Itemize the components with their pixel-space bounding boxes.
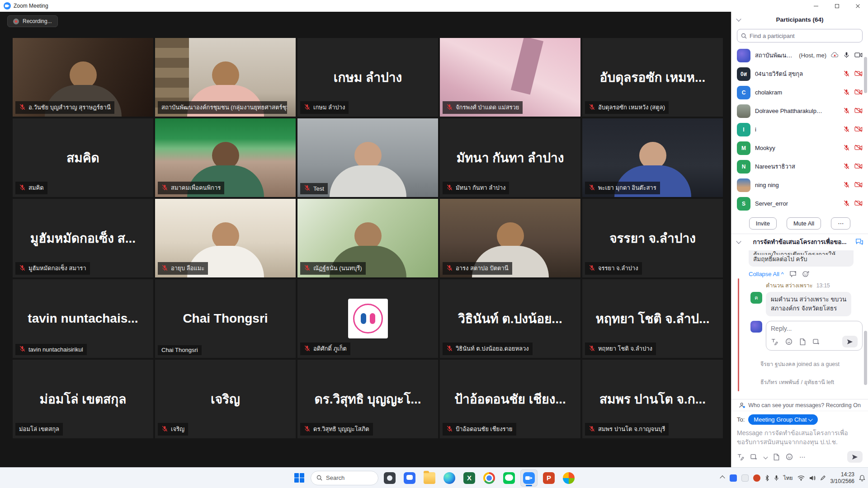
- camera-off-icon[interactable]: [854, 107, 863, 115]
- microphone-icon[interactable]: [774, 475, 779, 481]
- muted-mic-icon[interactable]: [843, 163, 850, 171]
- mic-on-icon[interactable]: [843, 52, 850, 60]
- volume-icon[interactable]: [809, 475, 816, 481]
- video-tile[interactable]: อับดุลรอซัก เหมห...อับดุลรอซัก เหมหวัง (…: [582, 38, 723, 117]
- taskbar-clock[interactable]: 14:23 3/10/2566: [830, 471, 854, 485]
- chrome-taskbar-icon[interactable]: [481, 469, 498, 487]
- chat-message-bubble[interactable]: ผมคำนวน สว่างเพราะ ขบวน สภาองค์กร จังหวั…: [766, 292, 851, 316]
- camera-off-icon[interactable]: [854, 126, 863, 134]
- video-tile[interactable]: อารง สตาปอ ปัตตานี: [440, 199, 580, 277]
- taskbar-search-input[interactable]: Search: [311, 471, 378, 485]
- comment-plus-icon[interactable]: [789, 271, 797, 277]
- video-tile[interactable]: tavin nuntachais...tavin nuntachaisiriku…: [13, 279, 153, 358]
- video-tile[interactable]: Chai ThongsriChai Thongsri: [155, 279, 296, 358]
- teams-taskbar-icon[interactable]: [401, 469, 418, 487]
- camera-off-icon[interactable]: [854, 89, 863, 97]
- participant-row[interactable]: SServer_error: [731, 194, 868, 213]
- collapse-all-link[interactable]: Collapse All ^: [749, 271, 784, 277]
- mute-all-button[interactable]: Mute All: [787, 217, 821, 230]
- folder-taskbar-icon[interactable]: [421, 469, 438, 487]
- bluetooth-icon[interactable]: [765, 475, 769, 481]
- participant-row[interactable]: Dolravee Phattharakulpimol: [731, 102, 868, 120]
- chevron-down-icon[interactable]: [764, 455, 768, 459]
- participants-scrollbar[interactable]: [864, 57, 867, 93]
- start-button[interactable]: [291, 469, 308, 487]
- tray-app-icon[interactable]: [730, 474, 737, 482]
- video-tile[interactable]: เกษม ลำปางเกษม ลำปาง: [297, 38, 438, 117]
- participants-more-button[interactable]: ⋯: [831, 217, 850, 230]
- chat-thread[interactable]: ต้นแบบในการเขียนโครงการให้ สัมฤทธิ์ผลต่อ…: [731, 249, 868, 399]
- privacy-note[interactable]: Who can see your messages? Recording On: [748, 402, 861, 408]
- edge-taskbar-icon[interactable]: [441, 469, 458, 487]
- participant-row[interactable]: Ccholakram: [731, 83, 868, 102]
- camera-off-icon[interactable]: [854, 70, 863, 78]
- emoji-icon[interactable]: [785, 338, 793, 345]
- participant-row[interactable]: 0ส04นายวิรัตน์ สุขกุล: [731, 65, 868, 83]
- video-tile[interactable]: ป้าอ้อดอนชัย เชียง...ป้าอ้อดอนชัย เชียงร…: [440, 360, 580, 438]
- file-icon[interactable]: [774, 454, 779, 460]
- invite-button[interactable]: Invite: [749, 217, 777, 230]
- maximize-button[interactable]: [826, 0, 847, 12]
- video-tile[interactable]: สมคิดสมคิด: [13, 118, 153, 197]
- video-tile[interactable]: อ.วันชัย บุญสำราญ สุราษฎร์ธานี: [13, 38, 153, 117]
- participant-search-input[interactable]: Find a participant: [737, 29, 863, 42]
- collapse-participants-icon[interactable]: [736, 16, 741, 21]
- muted-mic-icon[interactable]: [843, 144, 850, 152]
- video-tile[interactable]: มัทนา กันทา ลำปางมัทนา กันทา ลำปาง: [440, 118, 580, 197]
- emoji-icon[interactable]: [786, 453, 793, 460]
- language-indicator[interactable]: ไทย: [783, 474, 793, 482]
- camera-off-icon[interactable]: [854, 200, 863, 208]
- participant-row[interactable]: MMookyy: [731, 139, 868, 157]
- participant-row[interactable]: Ii: [731, 120, 868, 139]
- recording-indicator[interactable]: Recording...: [7, 15, 58, 27]
- format-text-icon[interactable]: [737, 454, 744, 460]
- message-send-button[interactable]: [847, 451, 863, 463]
- powerpoint-taskbar-icon[interactable]: [540, 469, 557, 487]
- pen-icon[interactable]: [820, 475, 826, 481]
- video-tile[interactable]: เจริญเจริญ: [155, 360, 296, 438]
- format-text-icon[interactable]: [771, 338, 778, 345]
- excel-taskbar-icon[interactable]: [461, 469, 478, 487]
- video-tile[interactable]: Test: [297, 118, 438, 197]
- line-taskbar-icon[interactable]: [500, 469, 518, 487]
- video-tile[interactable]: ณัฏฐ์ธนัน (นนทบุรี): [297, 199, 438, 277]
- camera-off-icon[interactable]: [854, 144, 863, 152]
- video-tile[interactable]: จักรพงศ์ ป่าแดด แม่สรวย: [440, 38, 580, 117]
- emoji-plus-icon[interactable]: [802, 271, 810, 277]
- video-tile[interactable]: จรรยา จ.ลำปางจรรยา จ.ลำปาง: [582, 199, 723, 277]
- message-input[interactable]: Message การจัดทำข้อเสนอโครงการเพื่อขอรับ…: [731, 426, 868, 448]
- camera-off-icon[interactable]: [854, 163, 863, 171]
- video-tile[interactable]: สมพร ปานโต จ.ก...สมพร ปานโต จ.กาญจนบุรี: [582, 360, 723, 438]
- close-button[interactable]: [847, 0, 868, 12]
- video-tile[interactable]: สถาบันพัฒนาองค์กรชุมชน (กลุ่มงานยุทธศาสต…: [155, 38, 296, 117]
- screenshot-icon[interactable]: [750, 454, 758, 460]
- reply-input[interactable]: Reply...: [766, 321, 863, 351]
- muted-mic-icon[interactable]: [843, 70, 850, 78]
- tray-expand-icon[interactable]: [720, 475, 725, 480]
- video-tile[interactable]: หฤทยา โชติ จ.ลำป...หฤทยา โชติ จ.ลำปาง: [582, 279, 723, 358]
- participant-row[interactable]: ning ning: [731, 176, 868, 194]
- muted-mic-icon[interactable]: [843, 181, 850, 189]
- video-tile[interactable]: อดิศักดิ์ ภูเก็ต: [297, 279, 438, 358]
- more-options-icon[interactable]: ⋯: [799, 453, 806, 460]
- video-tile[interactable]: ดร.วิสุทธิ บุญญะโ...ดร.วิสุทธิ บุญญะโสภิ…: [297, 360, 438, 438]
- photos-taskbar-icon[interactable]: [560, 469, 577, 487]
- screenshot-icon[interactable]: [813, 338, 820, 345]
- collapse-chat-icon[interactable]: [736, 239, 741, 244]
- video-tile[interactable]: อายุบ ลือแมะ: [155, 199, 296, 277]
- video-tile[interactable]: ม่อมโล่ เขตสกุลม่อมโล่ เขตสกุล: [13, 360, 153, 438]
- reply-send-button[interactable]: [842, 336, 858, 347]
- file-icon[interactable]: [800, 338, 806, 345]
- minimize-button[interactable]: [806, 0, 826, 12]
- participant-row[interactable]: NNareeนราธิวาส: [731, 157, 868, 176]
- camera-on-icon[interactable]: [854, 52, 863, 60]
- muted-mic-icon[interactable]: [843, 89, 850, 97]
- recorder-taskbar-icon[interactable]: [381, 469, 398, 487]
- video-tile[interactable]: วิธินันท์ ต.ปงน้อย...วิธินันท์ ต.ปงน้อยอ…: [440, 279, 580, 358]
- wifi-icon[interactable]: [797, 475, 805, 481]
- video-tile[interactable]: พะเยา มุกดา อินต๊ะสาร: [582, 118, 723, 197]
- chat-sender-name[interactable]: คำนวน สว่างเพราะ: [766, 281, 813, 290]
- tray-app-icon[interactable]: [753, 474, 760, 482]
- tray-app-icon[interactable]: [741, 474, 749, 482]
- muted-mic-icon[interactable]: [843, 107, 850, 115]
